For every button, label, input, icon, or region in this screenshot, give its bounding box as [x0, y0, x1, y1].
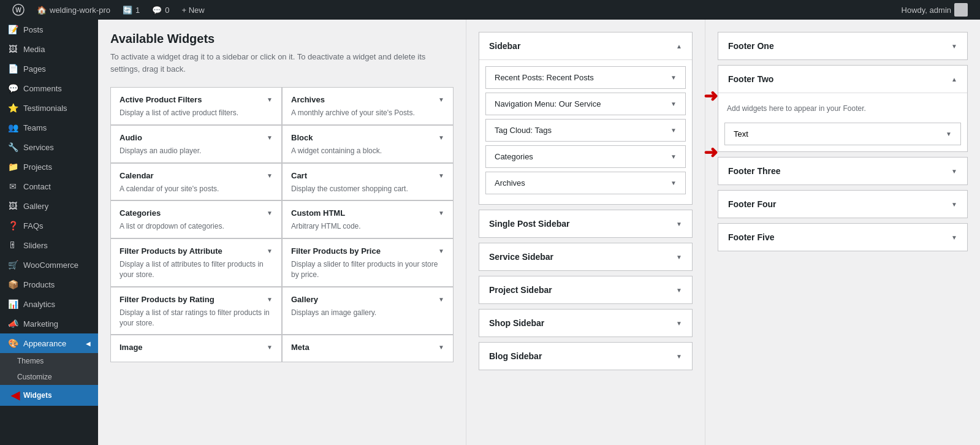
sidebar-header-service[interactable]: Service Sidebar ▼: [479, 243, 692, 270]
widget-meta[interactable]: Meta ▼: [282, 335, 454, 362]
page-title: Available Widgets: [110, 32, 454, 46]
sidebar-header-single-post[interactable]: Single Post Sidebar ▼: [479, 210, 692, 237]
footer-header-one[interactable]: Footer One ▼: [718, 32, 967, 59]
submenu-widgets[interactable]: ◀ Widgets: [0, 385, 98, 406]
site-name-item[interactable]: 🏠 welding-work-pro: [31, 0, 116, 20]
submenu-customize[interactable]: Customize: [0, 369, 98, 385]
footer-widget-text[interactable]: Text ▼: [724, 123, 961, 145]
sidebar-collapse-icon: ▼: [676, 221, 682, 227]
widget-arrow-icon: ▼: [670, 180, 677, 186]
widget-categories[interactable]: Categories ▼ A list or dropdown of categ…: [110, 200, 282, 238]
marketing-icon: 📣: [7, 319, 18, 329]
sidebar-widget-categories[interactable]: Categories ▼: [485, 145, 686, 168]
widget-desc: Display the customer shopping cart.: [291, 184, 444, 194]
sidebar-title: Project Sidebar: [489, 285, 552, 295]
widget-title: Cart: [291, 171, 307, 180]
widgets-red-arrow: ◀: [11, 389, 20, 402]
footer-section-three: Footer Three ▼: [718, 157, 968, 185]
sidebar-widget-tag-cloud[interactable]: Tag Cloud: Tags ▼: [485, 119, 686, 142]
wp-logo-item[interactable]: W: [6, 0, 31, 20]
widget-desc: A list or dropdown of categories.: [120, 221, 273, 232]
appearance-icon: 🎨: [7, 338, 18, 348]
widget-desc: Arbitrary HTML code.: [291, 221, 444, 232]
sidebar-item-contact[interactable]: ✉ Contact: [0, 177, 98, 196]
testimonials-icon: ⭐: [7, 103, 18, 113]
widget-filter-attribute[interactable]: Filter Products by Attribute ▼ Display a…: [110, 238, 282, 287]
widget-title: Custom HTML: [291, 208, 345, 218]
sidebar-item-media[interactable]: 🖼 Media: [0, 39, 98, 59]
admin-bar: W 🏠 welding-work-pro 🔄 1 💬 0 + New Howdy…: [0, 0, 980, 20]
footer-collapse-icon: ▲: [951, 76, 957, 83]
sidebar-section-single-post: Single Post Sidebar ▼: [479, 210, 693, 238]
sidebar-item-posts[interactable]: 📝 Posts: [0, 20, 98, 39]
sidebar-item-testimonials[interactable]: ⭐ Testimonials: [0, 98, 98, 118]
new-label: + New: [181, 6, 204, 15]
widget-active-product-filters[interactable]: Active Product Filters ▼ Display a list …: [110, 87, 282, 125]
sidebar-item-services[interactable]: 🔧 Services: [0, 137, 98, 157]
faqs-icon: ❓: [7, 221, 18, 230]
widget-expand-icon: ▼: [267, 296, 273, 303]
widget-image[interactable]: Image ▼: [110, 335, 282, 362]
sidebar-widget-recent-posts[interactable]: Recent Posts: Recent Posts ▼: [485, 66, 686, 89]
widget-archives[interactable]: Archives ▼ A monthly archive of your sit…: [282, 87, 454, 125]
sidebar-item-faqs[interactable]: ❓ FAQs: [0, 216, 98, 235]
sidebar-item-appearance[interactable]: 🎨 Appearance ◀: [0, 333, 98, 353]
widget-title: Categories: [120, 208, 161, 218]
sidebar-widget-archives[interactable]: Archives ▼: [485, 172, 686, 194]
sidebar-section-shop: Shop Sidebar ▼: [479, 309, 693, 337]
services-label: Services: [23, 143, 54, 152]
sidebar-item-projects[interactable]: 📁 Projects: [0, 157, 98, 177]
available-widgets-panel: Available Widgets To activate a widget d…: [98, 20, 466, 445]
widget-title: Filter Products by Rating: [120, 295, 215, 304]
widget-custom-html[interactable]: Custom HTML ▼ Arbitrary HTML code.: [282, 200, 454, 238]
widget-audio[interactable]: Audio ▼ Displays an audio player.: [110, 125, 282, 163]
site-name: welding-work-pro: [50, 6, 110, 15]
sidebar-item-marketing[interactable]: 📣 Marketing: [0, 314, 98, 333]
teams-label: Teams: [23, 123, 47, 132]
widget-filter-price[interactable]: Filter Products by Price ▼ Display a sli…: [282, 238, 454, 287]
sidebar-collapse-icon: ▲: [676, 43, 682, 50]
footer-header-four[interactable]: Footer Four ▼: [718, 191, 967, 218]
widget-expand-icon: ▼: [438, 172, 444, 179]
widget-expand-icon: ▼: [267, 344, 273, 351]
sidebar-item-sliders[interactable]: 🎚 Sliders: [0, 235, 98, 255]
updates-count: 1: [135, 6, 140, 15]
sidebar-header-blog[interactable]: Blog Sidebar ▼: [479, 343, 692, 370]
footer-header-two[interactable]: Footer Two ▲: [718, 66, 967, 93]
widget-title: Image: [120, 343, 143, 352]
widget-block[interactable]: Block ▼ A widget containing a block.: [282, 125, 454, 163]
new-content-item[interactable]: + New: [175, 0, 210, 20]
footer-expand-icon: ▼: [951, 168, 957, 175]
widget-title: Active Product Filters: [120, 95, 202, 104]
comments-item[interactable]: 💬 0: [146, 0, 175, 20]
sidebar-item-pages[interactable]: 📄 Pages: [0, 59, 98, 78]
sidebar-item-comments[interactable]: 💬 Comments: [0, 78, 98, 98]
widget-arrow-icon: ▼: [670, 127, 677, 134]
woocommerce-icon: 🛒: [7, 260, 18, 270]
footer-header-five[interactable]: Footer Five ▼: [718, 224, 967, 251]
sidebar-widget-nav-menu[interactable]: Navigation Menu: Our Service ▼: [485, 93, 686, 115]
sidebar-header-shop[interactable]: Shop Sidebar ▼: [479, 310, 692, 337]
howdy-item[interactable]: Howdy, admin: [895, 0, 974, 20]
updates-item[interactable]: 🔄 1: [116, 0, 146, 20]
sidebar-item-woocommerce[interactable]: 🛒 WooCommerce: [0, 255, 98, 275]
footer-title: Footer Two: [728, 74, 773, 84]
sidebar-item-teams[interactable]: 👥 Teams: [0, 118, 98, 137]
footer-expand-icon: ▼: [951, 234, 957, 241]
submenu-themes[interactable]: Themes: [0, 353, 98, 369]
sidebar-header-main[interactable]: Sidebar ▲: [479, 32, 692, 59]
widget-expand-icon: ▼: [438, 248, 444, 254]
widget-desc: Displays an audio player.: [120, 146, 273, 156]
sidebar-item-gallery[interactable]: 🖼 Gallery: [0, 196, 98, 216]
sidebar-collapse-icon: ▼: [676, 353, 682, 360]
widget-filter-rating[interactable]: Filter Products by Rating ▼ Display a li…: [110, 287, 282, 335]
widget-title: Archives: [291, 95, 325, 104]
sidebar-item-analytics[interactable]: 📊 Analytics: [0, 294, 98, 314]
widget-expand-icon: ▼: [267, 248, 273, 254]
sidebar-header-project[interactable]: Project Sidebar ▼: [479, 276, 692, 303]
widget-calendar[interactable]: Calendar ▼ A calendar of your site's pos…: [110, 163, 282, 201]
sidebar-item-products[interactable]: 📦 Products: [0, 275, 98, 294]
widget-gallery[interactable]: Gallery ▼ Displays an image gallery.: [282, 287, 454, 335]
footer-header-three[interactable]: Footer Three ▼: [718, 158, 967, 184]
widget-cart[interactable]: Cart ▼ Display the customer shopping car…: [282, 163, 454, 201]
